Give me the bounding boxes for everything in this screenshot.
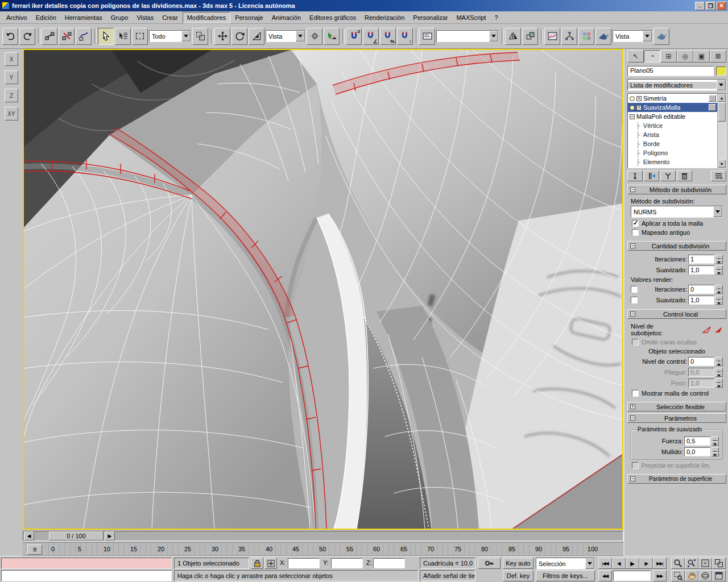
spinner-snap-button[interactable]: ↕ <box>397 28 413 45</box>
x-coordinate-field[interactable] <box>288 558 320 568</box>
schematic-view-button[interactable] <box>561 28 577 45</box>
rollout-metodo-header[interactable]: Método de subdivisión <box>627 185 726 194</box>
render-type-dropdown[interactable]: Vista <box>613 30 652 42</box>
quick-render-button[interactable] <box>653 28 669 45</box>
modifier-square-icon[interactable] <box>709 95 716 102</box>
rollout-superficie-header[interactable]: Parámetros de superficie <box>627 474 726 484</box>
y-coordinate-field[interactable] <box>331 558 363 568</box>
modifier-enable-bulb-icon[interactable] <box>630 96 635 101</box>
render-iteraciones-spinner[interactable] <box>715 285 723 294</box>
chevron-down-icon[interactable] <box>585 558 594 569</box>
mapeado-antiguo-checkbox[interactable]: Mapeado antiguo <box>632 229 722 236</box>
menu-edicion[interactable]: Edición <box>32 13 60 23</box>
checkbox-checked-icon[interactable] <box>632 220 639 227</box>
expand-plus-icon[interactable] <box>636 105 642 110</box>
aplicar-toda-malla-checkbox[interactable]: Aplicar a toda la malla <box>632 220 722 227</box>
menu-renderizacion[interactable]: Renderización <box>361 13 408 23</box>
chevron-down-icon[interactable] <box>717 80 726 90</box>
unlink-selection-button[interactable] <box>59 28 75 45</box>
menu-animacion[interactable]: Animación <box>268 13 305 23</box>
chevron-down-icon[interactable] <box>489 31 498 41</box>
scroll-thumb[interactable] <box>718 102 726 122</box>
show-end-result-button[interactable] <box>644 171 659 181</box>
named-selection-sets-dropdown[interactable] <box>436 30 499 42</box>
previous-frame-button[interactable] <box>612 558 626 569</box>
rollout-cantidad-header[interactable]: Cantidad subdivisión <box>627 241 726 251</box>
checkbox-icon[interactable] <box>631 297 638 304</box>
rollout-control-header[interactable]: Control local <box>627 309 726 319</box>
axis-constraint-y-button[interactable]: Y <box>5 70 18 84</box>
selection-set-dropdown[interactable]: Selección <box>536 558 595 569</box>
menu-vistas[interactable]: Vistas <box>133 13 158 23</box>
stack-item-poligono[interactable]: Polígono <box>628 148 717 157</box>
axis-constraint-plane-button[interactable]: XY <box>5 107 18 120</box>
axis-constraint-z-button[interactable]: Z <box>5 89 18 102</box>
modifier-square-icon[interactable] <box>709 104 716 111</box>
select-and-move-button[interactable] <box>214 28 230 45</box>
select-and-link-button[interactable] <box>42 28 57 45</box>
tab-modify[interactable] <box>644 50 660 63</box>
modifier-enable-bulb-icon[interactable] <box>630 105 635 110</box>
zoom-extents-button[interactable] <box>698 558 712 569</box>
stack-item-vertice[interactable]: Vértice <box>628 121 717 130</box>
chevron-down-icon[interactable] <box>181 31 191 41</box>
viewport-label[interactable]: Perspectiva <box>27 51 60 58</box>
previous-key-button[interactable] <box>598 570 612 581</box>
select-object-button[interactable] <box>98 28 114 45</box>
coordinate-system-dropdown[interactable]: Vista <box>266 30 305 42</box>
maxscript-mini-listener-pink[interactable] <box>1 558 172 569</box>
checkbox-icon[interactable] <box>632 229 639 236</box>
set-key-button[interactable] <box>478 558 500 569</box>
checkbox-icon[interactable] <box>632 390 639 397</box>
set-key-mode-button[interactable]: Def. key <box>503 570 533 581</box>
chevron-down-icon[interactable] <box>713 206 722 217</box>
time-tag-field[interactable]: Añadir señal de tiem <box>420 570 475 581</box>
menu-personaje[interactable]: Personaje <box>231 13 267 23</box>
axis-constraint-x-button[interactable]: X <box>5 52 18 66</box>
iteraciones-spinner[interactable] <box>715 255 723 264</box>
fuerza-field[interactable]: 0,5 <box>684 436 710 446</box>
make-unique-button[interactable] <box>660 171 676 181</box>
menu-crear[interactable]: Crear <box>158 13 182 23</box>
mirror-button[interactable] <box>505 28 521 45</box>
lock-selection-button[interactable] <box>251 558 263 569</box>
menu-archivo[interactable]: Archivo <box>2 13 31 23</box>
go-to-start-button[interactable] <box>598 558 612 569</box>
undo-button[interactable] <box>2 28 18 45</box>
percent-snap-button[interactable]: % <box>380 28 396 45</box>
collapse-minus-icon[interactable] <box>630 114 635 119</box>
track-bar-mode-button[interactable] <box>27 544 42 555</box>
tab-utilities[interactable] <box>710 50 726 63</box>
arc-rotate-button[interactable] <box>698 570 712 581</box>
tab-create[interactable] <box>627 50 644 63</box>
modifier-list-dropdown[interactable]: Lista de modificadores <box>627 79 726 91</box>
snap-toggle-button[interactable]: 3 <box>346 28 362 45</box>
stack-scrollbar[interactable]: ▲ ▼ <box>717 94 726 168</box>
checkbox-icon[interactable] <box>631 286 638 293</box>
menu-editores-graficos[interactable]: Editores gráficos <box>305 13 360 23</box>
menu-grupo[interactable]: Grupo <box>107 13 133 23</box>
next-frame-button[interactable] <box>639 558 653 569</box>
transform-type-in-toggle-button[interactable] <box>264 558 277 569</box>
stack-item-suavizamalla[interactable]: SuavizaMalla <box>628 103 717 112</box>
track-bar-ruler[interactable]: 0 5 10 15 20 25 30 35 40 45 50 55 60 65 … <box>23 542 623 556</box>
z-coordinate-field[interactable] <box>373 558 405 568</box>
next-key-button[interactable] <box>653 570 667 581</box>
track-view-button[interactable] <box>544 28 560 45</box>
time-slider-handle[interactable]: 0 / 100 <box>49 531 104 541</box>
render-iteraciones-field[interactable]: 0 <box>688 285 714 294</box>
object-name-field[interactable]: Plano05 <box>627 66 714 76</box>
perspective-viewport[interactable]: Perspectiva <box>23 49 623 530</box>
remove-modifier-button[interactable] <box>677 171 692 181</box>
next-frame-arrow-button[interactable] <box>105 531 115 541</box>
restore-button[interactable] <box>706 2 715 10</box>
mullido-field[interactable]: 0,0 <box>684 447 710 456</box>
select-and-scale-button[interactable] <box>249 28 264 45</box>
suavizado-spinner[interactable] <box>715 265 723 275</box>
viewport-3d-render[interactable] <box>24 50 622 529</box>
redo-button[interactable] <box>19 28 35 45</box>
bind-to-space-warp-button[interactable] <box>76 28 92 45</box>
tab-motion[interactable] <box>677 50 693 63</box>
render-suavizado-spinner[interactable] <box>715 296 723 305</box>
menu-modificadores[interactable]: Modificadores <box>183 12 230 23</box>
